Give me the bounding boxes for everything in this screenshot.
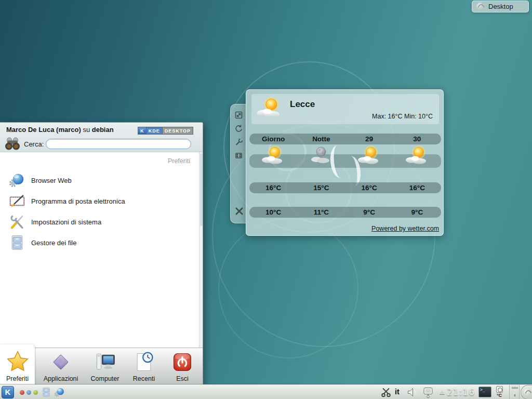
weather-tray-icon[interactable]: °C bbox=[494, 385, 505, 398]
weather-credit-link[interactable]: Powered by wetter.com bbox=[371, 225, 439, 232]
cashew-icon bbox=[524, 389, 531, 396]
search-binoculars-icon bbox=[4, 136, 21, 151]
resize-icon[interactable] bbox=[234, 111, 243, 119]
kickoff-menu: Marco De Luca (marco) su debian K KDE DE… bbox=[0, 122, 203, 384]
tray-expander-icon[interactable] bbox=[440, 390, 445, 394]
configure-wrench-icon[interactable] bbox=[234, 138, 243, 147]
scrollbar-thumb[interactable] bbox=[200, 153, 203, 226]
power-logout-icon bbox=[171, 351, 194, 374]
search-label: Cerca: bbox=[24, 140, 44, 148]
green-dot-icon[interactable] bbox=[33, 390, 38, 395]
low-temp: 9°C bbox=[393, 208, 441, 216]
high-temp: 16°C bbox=[393, 184, 441, 192]
low-temp: 10°C bbox=[249, 208, 297, 216]
widget-handle[interactable] bbox=[230, 104, 246, 223]
close-icon[interactable] bbox=[234, 206, 243, 215]
weather-tray-unit: °C bbox=[494, 393, 505, 398]
kickoff-tab-bar: Preferiti Applicazioni Computer Recenti … bbox=[0, 348, 203, 385]
high-temp: 16°C bbox=[345, 184, 393, 192]
network-monitor-icon[interactable] bbox=[422, 387, 434, 398]
kde-logo-icon: K bbox=[138, 127, 146, 134]
file-manager-cabinet-icon bbox=[8, 234, 26, 251]
clipboard-scissors-icon[interactable] bbox=[381, 387, 391, 397]
favorite-item-label: Gestore dei file bbox=[31, 239, 76, 247]
file-manager-launcher[interactable] bbox=[41, 387, 52, 398]
user-name: Marco De Luca (marco) bbox=[6, 126, 81, 134]
tab-esci[interactable]: Esci bbox=[164, 348, 201, 385]
favorite-item-browser-web[interactable]: Browser Web bbox=[0, 170, 197, 191]
tab-computer[interactable]: Computer bbox=[86, 348, 124, 385]
sun-cloud-icon bbox=[393, 144, 441, 169]
digital-clock[interactable]: 21:16 bbox=[447, 387, 477, 397]
moon-cloud-icon bbox=[297, 144, 345, 169]
strip-mark bbox=[512, 387, 518, 388]
tab-label: Computer bbox=[86, 375, 124, 382]
kickoff-favorites-view: Preferiti Browser Web Programma di posta… bbox=[0, 152, 203, 348]
weather-icons-row bbox=[249, 144, 441, 171]
weather-max-min: Max: 16°C Min: 10°C bbox=[372, 113, 433, 120]
collapsed-widget-strip[interactable] bbox=[509, 385, 520, 399]
sun-cloud-icon bbox=[256, 95, 284, 123]
desktop: { "desktop_toolbox": { "label": "Desktop… bbox=[0, 0, 532, 399]
email-envelope-pen-icon bbox=[8, 192, 26, 210]
panel-toolbox[interactable] bbox=[521, 385, 532, 399]
high-temp: 16°C bbox=[249, 184, 297, 192]
favorite-item-label: Impostazioni di sistema bbox=[31, 218, 101, 226]
terminal-prompt: >_ bbox=[480, 388, 485, 392]
maximize-icon[interactable] bbox=[234, 151, 243, 160]
weather-column-label: 29 bbox=[345, 135, 393, 143]
weather-high-temps-row: 16°C 15°C 16°C 16°C bbox=[249, 182, 441, 193]
scrollbar[interactable] bbox=[199, 152, 203, 348]
keyboard-layout-indicator[interactable]: it bbox=[395, 388, 400, 396]
tab-recenti[interactable]: Recenti bbox=[125, 348, 163, 385]
web-browser-launcher[interactable] bbox=[54, 387, 65, 398]
cashew-icon bbox=[476, 3, 484, 10]
weather-column-label: Giorno bbox=[249, 135, 297, 143]
favorite-item-system-settings[interactable]: Impostazioni di sistema bbox=[0, 211, 197, 232]
rotate-icon[interactable] bbox=[234, 124, 243, 133]
computer-icon bbox=[94, 351, 116, 374]
system-settings-tools-icon bbox=[8, 213, 26, 231]
kde-menu-button[interactable]: K bbox=[2, 386, 14, 398]
badge-kde-label: KDE bbox=[147, 127, 162, 134]
blue-dot-icon[interactable] bbox=[26, 390, 31, 395]
kde-desktop-badge: K KDE DESKTOP bbox=[138, 127, 193, 135]
recent-documents-clock-icon bbox=[132, 351, 155, 374]
weather-tray-glyph bbox=[496, 386, 503, 393]
tab-label: Applicazioni bbox=[36, 375, 85, 382]
weather-widget: Lecce Max: 16°C Min: 10°C Giorno Notte 2… bbox=[246, 89, 444, 236]
tab-label: Esci bbox=[164, 375, 201, 382]
search-input[interactable] bbox=[46, 139, 191, 149]
low-temp: 11°C bbox=[297, 208, 345, 216]
user-connector: su bbox=[83, 126, 90, 134]
favorite-item-email[interactable]: Programma di posta elettronica bbox=[0, 191, 197, 211]
weather-low-temps-row: 10°C 11°C 9°C 9°C bbox=[249, 207, 441, 218]
taskbar-panel: K it 21:16 >_ °C bbox=[0, 384, 532, 399]
wallpaper-swirl bbox=[218, 218, 358, 358]
weather-column-label: Notte bbox=[297, 135, 345, 143]
favorite-item-file-manager[interactable]: Gestore dei file bbox=[0, 232, 197, 253]
red-dot-icon[interactable] bbox=[20, 390, 24, 395]
desktop-toolbox[interactable]: Desktop bbox=[472, 1, 529, 12]
low-temp: 9°C bbox=[345, 208, 393, 216]
tab-label: Preferiti bbox=[0, 375, 35, 382]
terminal-icon[interactable]: >_ bbox=[478, 387, 491, 397]
applications-diamond-icon bbox=[49, 351, 72, 374]
web-browser-globe-gear-icon bbox=[8, 171, 26, 189]
star-icon bbox=[6, 350, 30, 373]
kickoff-header: Marco De Luca (marco) su debian K KDE DE… bbox=[0, 123, 203, 152]
host-name: debian bbox=[92, 126, 114, 134]
strip-mark bbox=[512, 388, 518, 389]
tab-label: Recenti bbox=[125, 375, 163, 382]
sun-cloud-icon bbox=[249, 144, 297, 169]
tab-applicazioni[interactable]: Applicazioni bbox=[36, 348, 85, 385]
weather-header: Lecce Max: 16°C Min: 10°C bbox=[251, 94, 439, 124]
volume-speaker-icon[interactable] bbox=[407, 387, 418, 397]
favorite-item-label: Programma di posta elettronica bbox=[31, 197, 125, 205]
badge-desktop-label: DESKTOP bbox=[163, 127, 193, 134]
high-temp: 15°C bbox=[297, 184, 345, 192]
tab-preferiti[interactable]: Preferiti bbox=[0, 344, 35, 385]
sun-cloud-icon bbox=[345, 144, 393, 169]
strip-mark bbox=[514, 394, 515, 396]
weather-city: Lecce bbox=[290, 99, 315, 110]
